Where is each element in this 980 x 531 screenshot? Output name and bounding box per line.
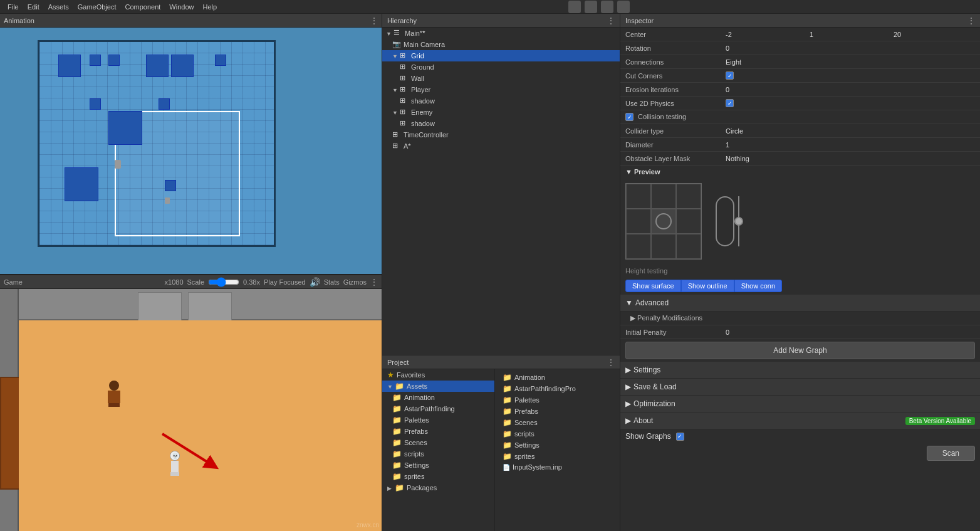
inspector-more-icon[interactable]: ⋮ [967,16,975,25]
project-animation[interactable]: 📁 Animation [382,392,494,403]
show-surface-button[interactable]: Show surface [625,280,681,292]
scale-label: Scale [187,278,205,286]
hierarchy-item-shadow1[interactable]: ⊞ shadow [382,95,620,107]
connections-value[interactable]: Eight [726,58,975,66]
menu-edit[interactable]: Edit [25,3,42,11]
about-section[interactable]: ▶ About Beta Version Available [620,413,980,429]
menu-window[interactable]: Window [167,3,196,11]
menu-file[interactable]: File [5,3,21,11]
project-right-scripts[interactable]: 📁 scripts [498,428,617,439]
preview-slider-handle[interactable] [734,217,743,226]
advanced-section[interactable]: ▼ Advanced [620,295,980,312]
preview-cell-bm [651,234,676,259]
toolbar-rotate-icon[interactable] [585,1,597,13]
scale-slider[interactable] [208,277,239,287]
obstacle-layer-label: Obstacle Layer Mask [625,155,726,162]
inspector-tab[interactable]: Inspector ⋮ [620,14,980,28]
game-more-icon[interactable]: ⋮ [370,278,378,287]
hierarchy-item-grid[interactable]: ▼ ⊞ Grid [382,50,620,61]
project-settings[interactable]: 📁 Settings [382,460,494,471]
diameter-value[interactable]: 1 [726,141,975,149]
menu-gameobject[interactable]: GameObject [75,3,119,11]
project-assets[interactable]: ▼ 📁 Assets [382,381,494,392]
collision-testing-label: ✓ Collision testing [625,113,726,122]
project-right-astar[interactable]: 📁 AstarPathfindingPro [498,383,617,394]
center-x-value[interactable]: -2 [726,31,807,38]
project-right-sprites[interactable]: 📁 sprites [498,451,617,462]
toolbar-play-icon[interactable] [617,1,630,13]
advanced-label: Advanced [635,298,669,307]
project-right-scenes[interactable]: 📁 Scenes [498,417,617,428]
hierarchy-item-maincamera[interactable]: 📷 Main Camera [382,39,620,50]
center-z-value[interactable]: 20 [894,31,975,38]
toolbar-move-icon[interactable] [568,1,581,13]
scene-more-icon[interactable]: ⋮ [370,16,378,25]
hierarchy-item-wall[interactable]: ⊞ Wall [382,73,620,84]
hierarchy-item-astar[interactable]: ⊞ A* [382,140,620,152]
menu-help[interactable]: Help [200,3,219,11]
collision-testing-checkbox[interactable]: ✓ [625,113,633,121]
hierarchy-tab[interactable]: Hierarchy ⋮ [382,14,620,28]
menu-assets[interactable]: Assets [46,3,71,11]
scan-button[interactable]: Scan [927,446,975,461]
project-astar[interactable]: 📁 AstarPathfinding [382,403,494,414]
scene-char1 [115,160,121,169]
project-favorites[interactable]: ★ Favorites [382,369,494,381]
project-more-icon[interactable]: ⋮ [607,358,615,367]
game-view-tab[interactable]: Game [4,278,23,286]
animation-tab[interactable]: Animation [4,17,34,24]
hierarchy-item-enemy[interactable]: ▼ ⊞ Enemy [382,107,620,118]
show-graphs-checkbox[interactable]: ✓ [676,433,684,441]
project-right-inputsystem[interactable]: 📄 InputSystem.inp [498,462,617,472]
hierarchy-item-ground[interactable]: ⊞ Ground [382,61,620,73]
collider-type-value[interactable]: Circle [726,127,975,135]
inspector-connections-row: Connections Eight [620,55,980,69]
hierarchy-label-maincamera: Main Camera [404,41,445,48]
project-right-settings[interactable]: 📁 Settings [498,439,617,451]
toolbar-scale-icon[interactable] [601,1,613,13]
project-tab[interactable]: Project ⋮ [382,355,620,369]
prefabs-folder-icon: 📁 [392,427,402,436]
show-outline-button[interactable]: Show outline [681,280,734,292]
assets-label: Assets [407,382,427,390]
show-conn-button[interactable]: Show conn [734,280,782,292]
erosion-value[interactable]: 0 [726,86,975,93]
gizmos-label[interactable]: Gizmos [343,278,367,286]
project-right-animation[interactable]: 📁 Animation [498,372,617,383]
obstacle-5 [171,55,194,77]
cut-corners-checkbox[interactable]: ✓ [726,71,734,80]
play-mode-label: Play Focused [264,278,306,286]
use-2d-physics-checkbox[interactable]: ✓ [726,99,734,107]
optimization-section[interactable]: ▶ Optimization [620,396,980,413]
animation-label: Animation [404,394,435,401]
project-sprites[interactable]: 📁 sprites [382,471,494,482]
hierarchy-more-icon[interactable]: ⋮ [607,16,615,25]
settings-section[interactable]: ▶ Settings [620,362,980,379]
hierarchy-item-main[interactable]: ▼ ☰ Main* [382,28,620,39]
preview-slider-line [738,196,739,246]
save-load-section[interactable]: ▶ Save & Load [620,379,980,396]
initial-penalty-value[interactable]: 0 [726,329,975,336]
favorites-icon: ★ [387,371,394,379]
svg-line-1 [162,434,212,465]
hierarchy-item-timecontroller[interactable]: ⊞ TimeController [382,129,620,140]
obstacle-layer-value[interactable]: Nothing [726,155,975,162]
add-new-graph-button[interactable]: Add New Graph [625,342,975,359]
menu-component[interactable]: Component [122,3,163,11]
project-palettes[interactable]: 📁 Palettes [382,414,494,426]
center-y-value[interactable]: 1 [810,31,891,38]
project-scripts[interactable]: 📁 scripts [382,448,494,460]
project-right-palettes[interactable]: 📁 Palettes [498,394,617,406]
hierarchy-item-shadow2[interactable]: ⊞ shadow [382,118,620,129]
project-prefabs[interactable]: 📁 Prefabs [382,426,494,437]
hierarchy-item-player[interactable]: ▼ ⊞ Player [382,84,620,95]
stats-label[interactable]: Stats [324,278,340,286]
hierarchy-label-main: Main* [405,29,425,37]
timecontroller-icon: ⊞ [392,130,401,139]
project-scenes[interactable]: 📁 Scenes [382,437,494,448]
project-right-prefabs[interactable]: 📁 Prefabs [498,406,617,417]
about-arrow: ▶ [625,416,631,425]
rotation-value[interactable]: 0 [726,45,975,52]
audio-icon[interactable]: 🔊 [310,277,320,287]
project-packages[interactable]: ▶ 📁 Packages [382,482,494,493]
